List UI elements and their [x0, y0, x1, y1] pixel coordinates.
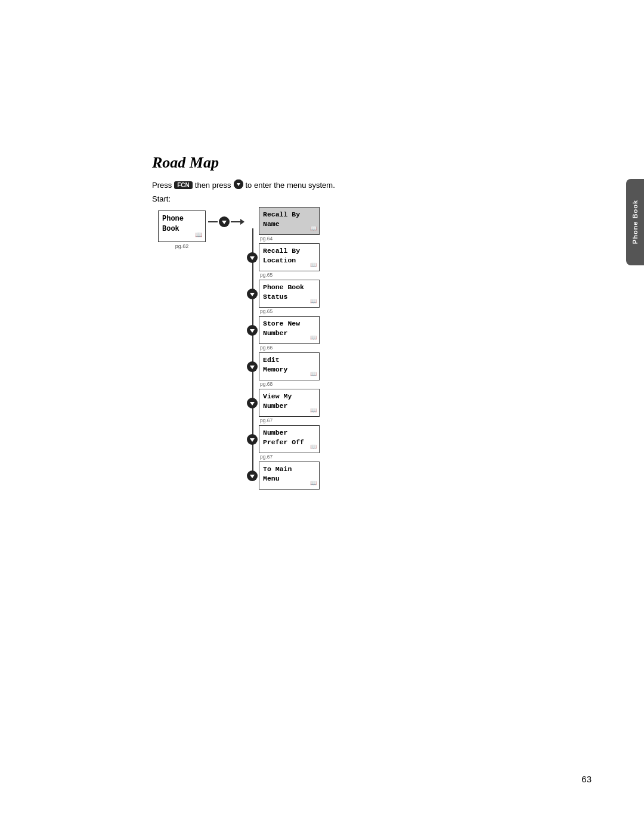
- pg-64: pg.64: [260, 236, 320, 241]
- pg-67a: pg.67: [260, 417, 320, 423]
- book-icon-sm: 📖: [310, 480, 317, 487]
- pg-68: pg.68: [260, 381, 320, 387]
- list-item: Edit Memory 📖 pg.68: [247, 352, 320, 389]
- number-prefer-off-box: Number Prefer Off 📖: [259, 425, 320, 453]
- list-item: Store New Number 📖 pg.66: [247, 316, 320, 352]
- nav-circle-icon: [234, 179, 243, 189]
- nav-down-icon: [219, 216, 230, 227]
- nav-circle-icon-6: [247, 434, 258, 445]
- nav-circle-icon-3: [247, 325, 258, 336]
- view-my-number-box: View My Number 📖: [259, 389, 320, 417]
- list-item: View My Number 📖 pg.67: [247, 389, 320, 425]
- page-number: 63: [581, 774, 592, 784]
- fcn-badge: FCN: [174, 181, 193, 189]
- phone-book-start: Phone Book 📖 pg.62: [158, 210, 206, 249]
- phone-book-status-box: Phone Book Status 📖: [259, 280, 320, 308]
- book-icon-sm: 📖: [310, 262, 317, 269]
- nav-circle-icon-1: [247, 252, 258, 263]
- nav-circle-icon-5: [247, 398, 258, 408]
- pg-65b: pg.65: [260, 308, 320, 314]
- menu-items-column: Recall By Name 📖 pg.64: [247, 207, 320, 490]
- recall-by-name-box: Recall By Name 📖: [259, 207, 320, 235]
- nav-circle-icon-7: [247, 470, 258, 481]
- road-map-title: Road Map: [152, 154, 569, 172]
- list-item: Recall By Location 📖 pg.65: [247, 243, 320, 280]
- side-tab: Phone Book: [626, 179, 644, 265]
- list-item: To Main Menu 📖: [247, 462, 320, 490]
- book-icon-sm: 📖: [310, 225, 317, 233]
- arrow-connector: [208, 216, 244, 227]
- book-icon-sm: 📖: [310, 298, 317, 305]
- phone-book-box: Phone Book 📖: [158, 210, 206, 242]
- list-item: Phone Book Status 📖 pg.65: [247, 280, 320, 316]
- book-icon-sm: 📖: [310, 335, 317, 342]
- side-tab-label: Phone Book: [631, 200, 639, 244]
- diagram: Phone Book 📖 pg.62: [158, 207, 569, 490]
- book-icon: 📖: [195, 231, 202, 240]
- book-icon-sm: 📖: [310, 371, 317, 378]
- recall-by-location-box: Recall By Location 📖: [259, 243, 320, 271]
- book-icon-sm: 📖: [310, 407, 317, 414]
- pg-65a: pg.65: [260, 272, 320, 278]
- start-label: Start:: [152, 194, 569, 203]
- to-main-menu-box: To Main Menu 📖: [259, 462, 320, 490]
- list-item: Number Prefer Off 📖 pg.67: [247, 425, 320, 462]
- nav-circle-icon-4: [247, 361, 258, 372]
- pg-67b: pg.67: [260, 454, 320, 460]
- list-item: Recall By Name 📖 pg.64: [247, 207, 320, 243]
- book-icon-sm: 📖: [310, 444, 317, 451]
- nav-circle-icon-2: [247, 289, 258, 299]
- pg-62: pg.62: [175, 243, 189, 249]
- store-new-number-box: Store New Number 📖: [259, 316, 320, 344]
- intro-text: Press FCN then press to enter the menu s…: [152, 180, 569, 190]
- pg-66: pg.66: [260, 345, 320, 351]
- edit-memory-box: Edit Memory 📖: [259, 352, 320, 380]
